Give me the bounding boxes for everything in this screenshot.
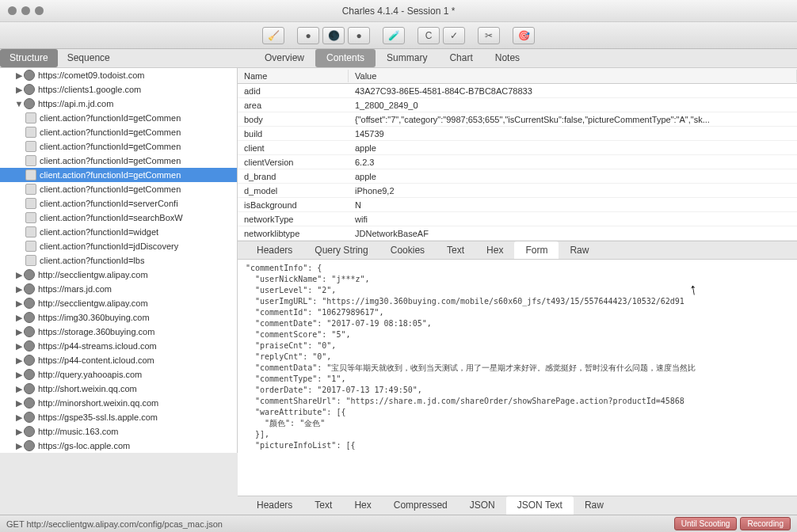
toolbar-btn-7[interactable]: ✂ bbox=[478, 27, 500, 44]
toolbar-btn-6[interactable]: ✓ bbox=[443, 27, 465, 44]
maximize-icon[interactable] bbox=[35, 6, 44, 15]
content-tab-summary[interactable]: Summary bbox=[376, 49, 438, 67]
tree-toggle-icon[interactable]: ▶ bbox=[14, 70, 24, 81]
tree-item[interactable]: ▶http://secclientgw.alipay.com bbox=[0, 296, 237, 310]
toolbar-btn-1[interactable]: ● bbox=[297, 27, 319, 44]
tree-item[interactable]: ▶https://clients1.google.com bbox=[0, 82, 237, 97]
tree-item[interactable]: ▶https://gspe35-ssl.ls.apple.com bbox=[0, 410, 237, 424]
tree-item[interactable]: client.action?functionId=jdDiscovery bbox=[0, 239, 237, 253]
bottom-tab-hex[interactable]: Hex bbox=[343, 496, 382, 515]
content-tab-chart[interactable]: Chart bbox=[438, 49, 483, 67]
status-btn-until-scooting[interactable]: Until Scooting bbox=[674, 517, 738, 530]
tree-item[interactable]: ▶https://p44-streams.icloud.com bbox=[0, 339, 237, 353]
content-tab-notes[interactable]: Notes bbox=[484, 49, 531, 67]
tree-toggle-icon[interactable]: ▼ bbox=[14, 99, 24, 108]
table-row[interactable]: area1_2800_2849_0 bbox=[238, 98, 797, 112]
bottom-tab-text[interactable]: Text bbox=[303, 496, 343, 515]
tree-toggle-icon[interactable]: ▶ bbox=[14, 270, 24, 280]
table-row[interactable]: d_modeliPhone9,2 bbox=[238, 184, 797, 198]
tree-toggle-icon[interactable]: ▶ bbox=[14, 284, 24, 294]
bottom-tab-raw[interactable]: Raw bbox=[574, 496, 615, 515]
table-row[interactable]: d_brandapple bbox=[238, 169, 797, 184]
globe-icon bbox=[24, 440, 35, 451]
table-row[interactable]: networklibtypeJDNetworkBaseAF bbox=[238, 226, 797, 241]
tree-toggle-icon[interactable]: ▶ bbox=[14, 370, 24, 380]
toolbar-btn-8[interactable]: 🎯 bbox=[513, 27, 535, 44]
bottom-tab-json[interactable]: JSON bbox=[459, 496, 506, 515]
tab-sequence[interactable]: Sequence bbox=[58, 49, 120, 67]
tree-item[interactable]: client.action?functionId=getCommen bbox=[0, 125, 237, 139]
tree-toggle-icon[interactable]: ▶ bbox=[14, 412, 24, 423]
tree-item[interactable]: ▶https://comet09.todoist.com bbox=[0, 68, 237, 82]
table-row[interactable]: isBackgroundN bbox=[238, 198, 797, 212]
table-row[interactable]: build145739 bbox=[238, 127, 797, 141]
tree-item[interactable]: ▶http://minorshort.weixin.qq.com bbox=[0, 396, 237, 410]
tree-item[interactable]: ▼https://api.m.jd.com bbox=[0, 97, 237, 111]
subtab-text[interactable]: Text bbox=[436, 241, 475, 259]
tree-item[interactable]: ▶https://storage.360buying.com bbox=[0, 325, 237, 339]
tree-item[interactable]: client.action?functionId=getCommen bbox=[0, 182, 237, 196]
bottom-tab-headers[interactable]: Headers bbox=[246, 496, 303, 515]
tree-item[interactable]: ▶http://secclientgw.alipay.com bbox=[0, 268, 237, 282]
tree-toggle-icon[interactable]: ▶ bbox=[14, 355, 24, 366]
tree-toggle-icon[interactable]: ▶ bbox=[14, 384, 24, 394]
tree-item[interactable]: ▶http://short.weixin.qq.com bbox=[0, 382, 237, 396]
statusbar: GET http://secclientgw.alipay.com/config… bbox=[0, 515, 797, 532]
tree-item[interactable]: ▶http://music.163.com bbox=[0, 424, 237, 439]
globe-icon bbox=[24, 283, 35, 294]
close-icon[interactable] bbox=[8, 6, 17, 15]
tree-toggle-icon[interactable]: ▶ bbox=[14, 298, 24, 309]
tree-toggle-icon[interactable]: ▶ bbox=[14, 427, 24, 437]
table-row[interactable]: networkTypewifi bbox=[238, 212, 797, 226]
tree-item[interactable]: ▶https://p44-content.icloud.com bbox=[0, 353, 237, 367]
toolbar-btn-2[interactable]: 🌑 bbox=[322, 27, 345, 44]
tree-toggle-icon[interactable]: ▶ bbox=[14, 313, 24, 323]
tree-item[interactable]: ▶http://query.yahooapis.com bbox=[0, 367, 237, 382]
toolbar-btn-0[interactable]: 🧹 bbox=[262, 27, 284, 44]
tree-toggle-icon[interactable]: ▶ bbox=[14, 398, 24, 408]
globe-icon bbox=[24, 70, 35, 81]
tree-toggle-icon[interactable]: ▶ bbox=[14, 341, 24, 352]
bottom-tab-json-text[interactable]: JSON Text bbox=[506, 496, 574, 515]
subtab-raw[interactable]: Raw bbox=[559, 241, 600, 259]
content-tab-contents[interactable]: Contents bbox=[315, 49, 376, 67]
content-tab-overview[interactable]: Overview bbox=[254, 49, 315, 67]
th-name[interactable]: Name bbox=[238, 70, 349, 82]
tree-item[interactable]: client.action?functionId=widget bbox=[0, 225, 237, 239]
tree-item[interactable]: ▶https://img30.360buying.com bbox=[0, 310, 237, 325]
toolbar-btn-3[interactable]: ● bbox=[348, 27, 370, 44]
json-viewer[interactable]: "commentInfo": { "userNickName": "j***z"… bbox=[238, 260, 797, 496]
file-icon bbox=[25, 112, 36, 124]
status-btn-recording[interactable]: Recording bbox=[740, 517, 791, 530]
toolbar-btn-4[interactable]: 🧪 bbox=[383, 27, 405, 44]
subtab-query-string[interactable]: Query String bbox=[303, 241, 379, 259]
tree-item[interactable]: ▶https://gs-loc.apple.com bbox=[0, 439, 237, 453]
subtab-cookies[interactable]: Cookies bbox=[379, 241, 436, 259]
tree-toggle-icon[interactable]: ▶ bbox=[14, 327, 24, 337]
subtab-hex[interactable]: Hex bbox=[475, 241, 514, 259]
subtab-headers[interactable]: Headers bbox=[246, 241, 303, 259]
table-row[interactable]: clientVersion6.2.3 bbox=[238, 155, 797, 169]
th-value[interactable]: Value bbox=[349, 70, 797, 82]
tree-item[interactable]: client.action?functionId=serverConfi bbox=[0, 196, 237, 211]
tree-item[interactable]: client.action?functionId=getCommen bbox=[0, 154, 237, 168]
tab-structure[interactable]: Structure bbox=[0, 49, 58, 67]
minimize-icon[interactable] bbox=[21, 6, 30, 15]
tree-item[interactable]: ▶https://mars.jd.com bbox=[0, 282, 237, 296]
sidebar-tree[interactable]: ▶https://comet09.todoist.com▶https://cli… bbox=[0, 68, 238, 453]
tree-item[interactable]: client.action?functionId=getCommen bbox=[0, 139, 237, 154]
tree-label: https://p44-content.icloud.com bbox=[38, 355, 154, 365]
bottom-tab-compressed[interactable]: Compressed bbox=[383, 496, 459, 515]
request-table[interactable]: adid43A27C93-86E5-4581-884C-B7BC8AC78833… bbox=[238, 84, 797, 241]
tree-item[interactable]: client.action?functionId=lbs bbox=[0, 253, 237, 268]
subtab-form[interactable]: Form bbox=[514, 241, 559, 259]
tree-item[interactable]: client.action?functionId=getCommen bbox=[0, 111, 237, 125]
tree-toggle-icon[interactable]: ▶ bbox=[14, 85, 24, 95]
toolbar-btn-5[interactable]: C bbox=[418, 27, 440, 44]
tree-item[interactable]: client.action?functionId=searchBoxW bbox=[0, 211, 237, 225]
tree-item[interactable]: client.action?functionId=getCommen bbox=[0, 168, 237, 182]
table-row[interactable]: clientapple bbox=[238, 141, 797, 155]
tree-toggle-icon[interactable]: ▶ bbox=[14, 441, 24, 451]
table-row[interactable]: body{"offset":"7","category":"9987;653;6… bbox=[238, 112, 797, 127]
table-row[interactable]: adid43A27C93-86E5-4581-884C-B7BC8AC78833 bbox=[238, 84, 797, 98]
